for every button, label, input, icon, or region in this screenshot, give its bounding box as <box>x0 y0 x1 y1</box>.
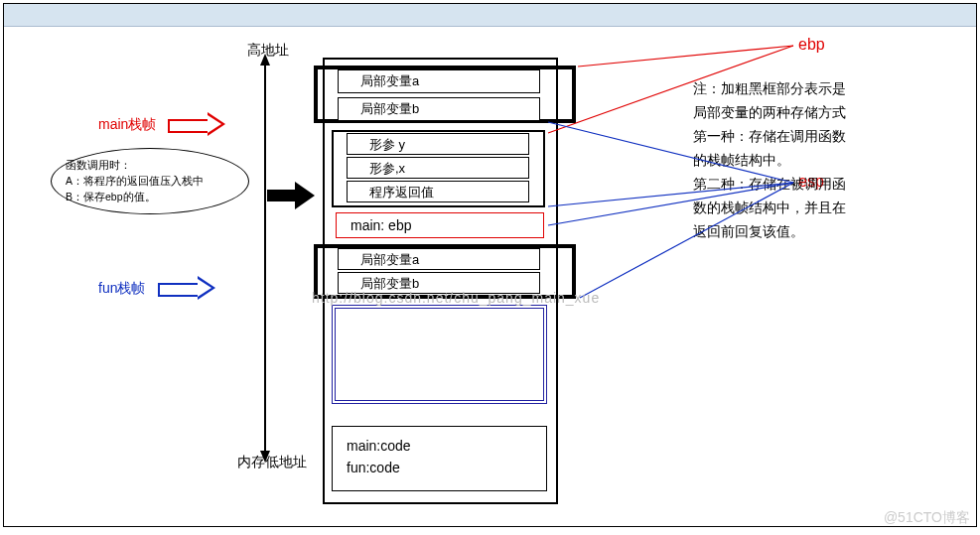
arrow-main-frame <box>168 115 227 133</box>
notes-block: 注：加粗黑框部分表示是 局部变量的两种存储方式 第一种：存储在调用函数 的栈帧结… <box>693 76 946 243</box>
figure-canvas: 高地址 内存低地址 main栈帧 fun栈帧 函数调用时： A：将程序的返回值压… <box>3 3 977 527</box>
code-box: main:code fun:code <box>332 426 547 491</box>
label-main-frame: main栈帧 <box>98 116 156 134</box>
empty-region <box>332 305 547 404</box>
cell-local-a-1: 局部变量a <box>338 69 540 93</box>
memory-axis-head-bottom <box>260 451 270 463</box>
arrow-fun-frame <box>158 279 217 297</box>
note-l5: 第二种：存储在被调用函 <box>693 172 946 196</box>
watermark-51cto: @51CTO博客 <box>884 509 970 527</box>
cell-local-a-2: 局部变量a <box>338 248 540 270</box>
callout-line-b: B：保存ebp的值。 <box>66 189 234 204</box>
code-main: main:code <box>347 435 532 457</box>
note-l1: 注：加粗黑框部分表示是 <box>693 76 946 100</box>
watermark-blog: http://blog.csdn.net/chu_pang_main_xue <box>312 290 600 306</box>
note-l3: 第一种：存储在调用函数 <box>693 124 946 148</box>
cell-local-b-1: 局部变量b <box>338 97 540 121</box>
callout-line-a: A：将程序的返回值压入栈中 <box>66 173 234 189</box>
cell-param-x: 形参,x <box>347 157 529 179</box>
label-ebp: ebp <box>798 36 825 54</box>
label-fun-frame: fun栈帧 <box>98 280 145 298</box>
svg-line-0 <box>578 46 793 67</box>
note-l7: 返回前回复该值。 <box>693 219 946 243</box>
cell-param-y: 形参 y <box>347 133 529 155</box>
note-l4: 的栈帧结构中。 <box>693 148 946 172</box>
note-l2: 局部变量的两种存储方式 <box>693 100 946 124</box>
top-band-decoration <box>4 4 976 27</box>
memory-axis <box>264 64 266 451</box>
code-fun: fun:code <box>347 457 532 478</box>
callout-title: 函数调用时： <box>66 157 234 173</box>
memory-axis-head-top <box>260 54 270 66</box>
cell-main-ebp: main: ebp <box>336 212 544 238</box>
callout-ellipse: 函数调用时： A：将程序的返回值压入栈中 B：保存ebp的值。 <box>51 148 249 214</box>
cell-return-value: 程序返回值 <box>347 181 529 202</box>
label-low-address: 内存低地址 <box>237 454 307 471</box>
note-l6: 数的栈帧结构中，并且在 <box>693 196 946 219</box>
